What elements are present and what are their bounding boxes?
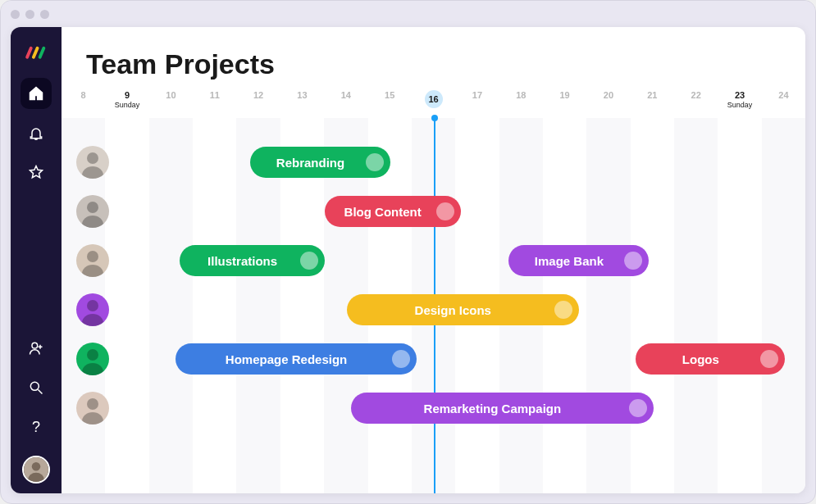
date-col-9: 9Sunday <box>105 85 148 109</box>
timeline-row: Rebranding <box>62 138 805 187</box>
date-col-22: 22 <box>674 85 718 100</box>
minimize-dot[interactable] <box>25 10 34 19</box>
svg-point-15 <box>87 300 98 311</box>
task-handle-icon[interactable] <box>624 252 642 270</box>
task-label: Remarketing Campaign <box>424 402 562 415</box>
date-col-16: 16 <box>412 85 455 108</box>
task-label: Homepage Redesign <box>226 352 347 366</box>
row-avatar[interactable] <box>76 146 109 179</box>
help-icon: ? <box>32 419 40 436</box>
sidebar: ? <box>11 27 62 493</box>
svg-point-12 <box>87 251 98 262</box>
timeline-row: Design Icons <box>62 285 805 334</box>
nav-favorites[interactable] <box>21 157 52 188</box>
main-panel: Team Projects 89Sunday101112131415161718… <box>62 27 805 493</box>
task-bar[interactable]: Logos <box>636 343 785 375</box>
date-col-18: 18 <box>499 85 543 100</box>
svg-point-21 <box>87 398 98 410</box>
date-col-20: 20 <box>586 85 630 100</box>
nav-add-user[interactable] <box>21 333 52 364</box>
date-col-14: 14 <box>324 85 367 100</box>
task-handle-icon[interactable] <box>629 399 647 417</box>
svg-point-6 <box>87 152 98 164</box>
task-label: Blog Content <box>344 205 422 219</box>
task-bar[interactable]: Image Bank <box>508 245 649 276</box>
task-handle-icon[interactable] <box>436 202 454 220</box>
row-avatar[interactable] <box>76 293 109 326</box>
row-avatar-cell <box>71 146 114 179</box>
task-bar[interactable]: Design Icons <box>347 294 579 325</box>
task-bar[interactable]: Remarketing Campaign <box>351 393 654 424</box>
window-frame: ? Team Projects 89Sunday1011121314151617… <box>0 0 816 504</box>
app-frame: ? Team Projects 89Sunday1011121314151617… <box>11 27 805 493</box>
current-user-avatar[interactable] <box>22 456 50 484</box>
date-col-10: 10 <box>149 85 193 100</box>
task-label: Design Icons <box>415 303 491 317</box>
task-bar[interactable]: Homepage Redesign <box>176 343 417 375</box>
svg-point-1 <box>30 382 39 390</box>
task-bar[interactable]: Rebranding <box>250 147 390 178</box>
timeline-rows: RebrandingBlog ContentIllustrationsImage… <box>62 138 805 433</box>
nav-help[interactable]: ? <box>21 411 52 443</box>
row-avatar-cell <box>71 392 114 425</box>
date-col-23: 23Sunday <box>718 85 761 109</box>
date-col-15: 15 <box>368 85 412 100</box>
task-label: Logos <box>682 352 719 366</box>
page-title: Team Projects <box>62 48 805 85</box>
svg-point-3 <box>32 462 41 471</box>
row-avatar[interactable] <box>76 343 109 375</box>
row-avatar[interactable] <box>76 392 109 425</box>
timeline-row: Blog Content <box>62 187 805 236</box>
task-handle-icon[interactable] <box>392 350 410 368</box>
maximize-dot[interactable] <box>40 10 49 19</box>
svg-point-0 <box>32 343 38 348</box>
nav-search[interactable] <box>21 372 52 403</box>
date-col-24: 24 <box>762 85 805 100</box>
task-handle-icon[interactable] <box>300 252 318 270</box>
titlebar <box>1 1 815 27</box>
task-label: Rebranding <box>276 156 344 170</box>
timeline-row: IllustrationsImage Bank <box>62 236 805 285</box>
nav-home[interactable] <box>21 78 52 109</box>
date-col-13: 13 <box>280 85 324 100</box>
date-col-17: 17 <box>455 85 499 100</box>
timeline[interactable]: 89Sunday1011121314151617181920212223Sund… <box>62 85 805 493</box>
task-bar[interactable]: Blog Content <box>325 196 461 227</box>
row-avatar-cell <box>71 195 114 228</box>
svg-point-18 <box>87 349 98 361</box>
row-avatar-cell <box>71 293 114 326</box>
date-col-19: 19 <box>543 85 586 100</box>
close-dot[interactable] <box>11 10 20 19</box>
timeline-row: Remarketing Campaign <box>62 384 805 433</box>
date-header: 89Sunday1011121314151617181920212223Sund… <box>62 85 805 118</box>
timeline-row: Homepage RedesignLogos <box>62 334 805 384</box>
task-label: Image Bank <box>535 254 604 268</box>
task-handle-icon[interactable] <box>366 153 384 171</box>
app-logo[interactable] <box>25 42 48 65</box>
task-label: Illustrations <box>207 254 277 268</box>
date-col-11: 11 <box>193 85 236 100</box>
task-handle-icon[interactable] <box>554 301 572 319</box>
date-col-21: 21 <box>631 85 674 100</box>
date-col-12: 12 <box>236 85 280 100</box>
row-avatar-cell <box>71 244 114 277</box>
svg-point-9 <box>87 202 98 213</box>
task-handle-icon[interactable] <box>760 350 778 368</box>
row-avatar-cell <box>71 343 114 375</box>
date-col-8: 8 <box>62 85 105 100</box>
nav-notifications[interactable] <box>21 117 52 148</box>
row-avatar[interactable] <box>76 195 109 228</box>
row-avatar[interactable] <box>76 244 109 277</box>
task-bar[interactable]: Illustrations <box>180 245 324 276</box>
